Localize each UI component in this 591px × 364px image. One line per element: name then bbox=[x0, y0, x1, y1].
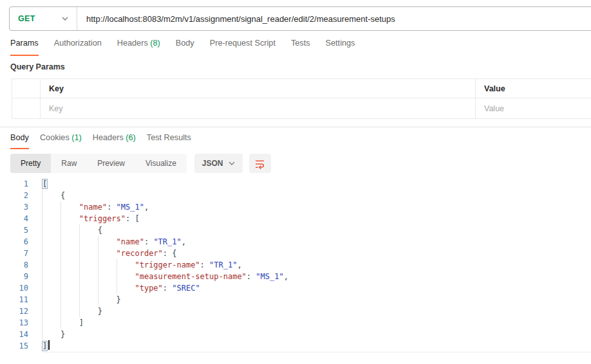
token-key: "triggers" bbox=[79, 214, 126, 223]
tab-body[interactable]: Body bbox=[176, 39, 194, 56]
indent-guide bbox=[61, 213, 79, 224]
code-line: 10"type": "SREC" bbox=[0, 282, 591, 294]
view-mode-preview[interactable]: Preview bbox=[87, 154, 135, 173]
line-number: 1 bbox=[0, 178, 28, 190]
view-mode-raw[interactable]: Raw bbox=[51, 154, 87, 173]
url-input[interactable]: http://localhost:8083/m2m/v1/assignment/… bbox=[77, 14, 395, 24]
format-dropdown[interactable]: JSON bbox=[194, 154, 243, 173]
tab-label: Tests bbox=[291, 39, 310, 48]
token-str: "TR_1" bbox=[209, 260, 237, 269]
response-tab-headers[interactable]: Headers (6) bbox=[93, 133, 136, 149]
token-punc: , bbox=[237, 260, 241, 269]
tab-headers[interactable]: Headers (8) bbox=[117, 39, 160, 56]
indent-guide bbox=[79, 224, 98, 236]
tab-label: Settings bbox=[326, 39, 355, 48]
indent-guide bbox=[98, 294, 117, 305]
token-key: "trigger-name" bbox=[135, 260, 200, 269]
tab-label: Authorization bbox=[54, 39, 102, 48]
indent-guide bbox=[79, 305, 98, 317]
tab-authorization[interactable]: Authorization bbox=[54, 39, 102, 56]
indent-guide bbox=[42, 259, 61, 271]
indent-guide bbox=[42, 248, 61, 259]
token-punc: , bbox=[182, 237, 186, 246]
code-line: 3"name": "MS_1", bbox=[0, 201, 591, 213]
token-punc: } bbox=[61, 330, 65, 339]
token-punc: : bbox=[163, 284, 172, 293]
code-text: { bbox=[42, 190, 65, 201]
indent-guide bbox=[42, 305, 61, 317]
indent-guide bbox=[98, 236, 117, 248]
response-tab-body[interactable]: Body bbox=[10, 133, 29, 149]
method-label: GET bbox=[18, 14, 35, 23]
view-mode-visualize[interactable]: Visualize bbox=[135, 154, 187, 173]
response-body-viewer[interactable]: 1[2{3"name": "MS_1",4"triggers": [5{6"na… bbox=[0, 178, 591, 352]
line-number: 6 bbox=[0, 236, 28, 248]
view-mode-pretty[interactable]: Pretty bbox=[10, 154, 51, 173]
code-text: "recorder": { bbox=[42, 248, 177, 259]
method-selector[interactable]: GET bbox=[10, 7, 77, 30]
chevron-down-icon bbox=[62, 17, 68, 21]
response-toolbar: PrettyRawPreviewVisualize JSON bbox=[10, 154, 271, 173]
indent-guide bbox=[98, 271, 117, 282]
table-header-row: Key Value bbox=[12, 79, 591, 98]
indent-guide bbox=[61, 305, 79, 317]
rest-client-window: GET http://localhost:8083/m2m/v1/assignm… bbox=[0, 0, 591, 364]
indent-guide bbox=[42, 294, 61, 305]
indent-guide bbox=[42, 329, 61, 340]
request-url-bar: GET http://localhost:8083/m2m/v1/assignm… bbox=[9, 6, 591, 31]
code-line: 11} bbox=[0, 294, 591, 305]
select-all-cell[interactable] bbox=[12, 79, 41, 98]
tab-pre-request-script[interactable]: Pre-request Script bbox=[210, 39, 276, 56]
tab-settings[interactable]: Settings bbox=[326, 39, 355, 56]
code-line: 6"name": "TR_1", bbox=[0, 236, 591, 248]
code-text: "name": "MS_1", bbox=[42, 201, 149, 213]
query-params-table: Key Value bbox=[12, 78, 591, 119]
indent-guide bbox=[42, 282, 61, 294]
token-str: "TR_1" bbox=[153, 237, 181, 246]
indent-guide bbox=[79, 271, 98, 282]
code-text: "triggers": [ bbox=[42, 213, 140, 224]
wrap-text-button[interactable] bbox=[249, 154, 271, 173]
indent-guide bbox=[79, 248, 98, 259]
indent-guide bbox=[42, 213, 61, 224]
code-text: "measurement-setup-name": "MS_1", bbox=[42, 271, 288, 282]
wrap-text-icon bbox=[254, 158, 265, 169]
token-key: "name" bbox=[79, 203, 107, 212]
key-input[interactable] bbox=[49, 104, 454, 113]
code-line: 14} bbox=[0, 329, 591, 340]
response-tab-cookies[interactable]: Cookies (1) bbox=[40, 133, 82, 149]
tab-params[interactable]: Params bbox=[10, 39, 39, 56]
tab-label: Headers bbox=[93, 133, 124, 142]
code-line: 13] bbox=[0, 317, 591, 329]
indent-guide bbox=[42, 317, 61, 329]
request-response-divider bbox=[0, 127, 591, 127]
token-key: "recorder" bbox=[117, 249, 163, 258]
code-text: [ bbox=[42, 178, 48, 190]
tab-count-badge: (1) bbox=[70, 133, 82, 142]
code-line: 9"measurement-setup-name": "MS_1", bbox=[0, 271, 591, 282]
line-number: 4 bbox=[0, 213, 28, 224]
code-line: 2{ bbox=[0, 190, 591, 201]
indent-guide bbox=[42, 190, 61, 201]
row-select-cell[interactable] bbox=[12, 98, 41, 118]
tab-label: Pre-request Script bbox=[210, 39, 276, 48]
token-str: "SREC" bbox=[172, 284, 200, 293]
indent-guide bbox=[79, 259, 98, 271]
token-punc: : bbox=[144, 237, 153, 246]
token-punc: { bbox=[98, 226, 102, 235]
indent-guide bbox=[61, 282, 79, 294]
token-str: "MS_1" bbox=[117, 203, 144, 212]
view-mode-switch: PrettyRawPreviewVisualize bbox=[10, 154, 187, 173]
token-punc: ] bbox=[79, 318, 84, 327]
key-cell bbox=[41, 98, 476, 118]
token-punc: { bbox=[61, 191, 65, 200]
token-punc: } bbox=[98, 307, 102, 316]
tab-tests[interactable]: Tests bbox=[291, 39, 310, 56]
code-text: "trigger-name": "TR_1", bbox=[42, 259, 242, 271]
response-tab-test-results[interactable]: Test Results bbox=[147, 133, 191, 149]
token-key: "type" bbox=[135, 284, 162, 293]
value-input[interactable] bbox=[484, 104, 586, 113]
code-text: { bbox=[42, 224, 102, 236]
line-number: 7 bbox=[0, 248, 28, 259]
code-line: 8"trigger-name": "TR_1", bbox=[0, 259, 591, 271]
